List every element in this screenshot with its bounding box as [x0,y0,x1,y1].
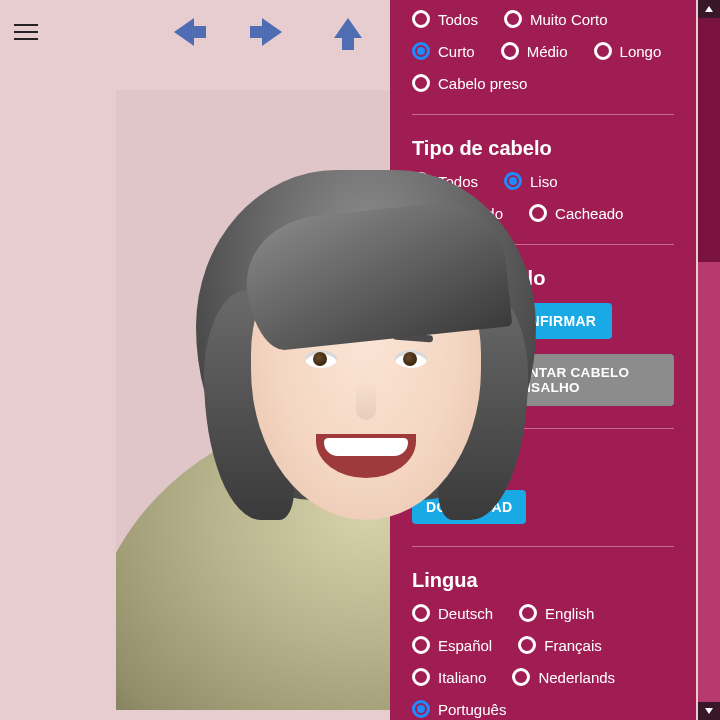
option-label: Cacheado [555,205,623,222]
radio-icon [529,204,547,222]
option-label: Deutsch [438,605,493,622]
option-label: Muito Corto [530,11,608,28]
language-option-pt[interactable]: Português [412,700,506,718]
arrow-right-icon[interactable] [248,12,288,52]
option-label: Liso [530,173,558,190]
language-option-it[interactable]: Italiano [412,668,486,686]
scroll-down-icon[interactable] [698,702,720,720]
hair-type-option-cacheado[interactable]: Cacheado [529,204,623,222]
hair-length-option-curto[interactable]: Curto [412,42,475,60]
option-label: English [545,605,594,622]
radio-icon [412,636,430,654]
scrollbar-track-upper [698,0,720,262]
hair-type-heading: Tipo de cabelo [412,137,674,160]
section-divider [412,546,674,547]
language-heading: Lingua [412,569,674,592]
language-option-en[interactable]: English [519,604,594,622]
option-label: Español [438,637,492,654]
radio-icon [412,74,430,92]
option-label: Longo [620,43,662,60]
radio-icon [412,604,430,622]
language-option-es[interactable]: Español [412,636,492,654]
svg-marker-4 [705,6,713,12]
scroll-up-icon[interactable] [698,0,720,18]
radio-icon [594,42,612,60]
radio-icon [412,668,430,686]
svg-marker-5 [705,708,713,714]
option-label: Curto [438,43,475,60]
language-option-de[interactable]: Deutsch [412,604,493,622]
hair-type-option-liso[interactable]: Liso [504,172,558,190]
option-label: Português [438,701,506,718]
arrow-up-icon[interactable] [328,12,368,52]
option-label: Italiano [438,669,486,686]
radio-icon [412,42,430,60]
radio-icon [512,668,530,686]
radio-icon [504,10,522,28]
language-option-fr[interactable]: Français [518,636,602,654]
radio-icon [519,604,537,622]
option-label: Médio [527,43,568,60]
hair-length-options: Todos Muito Corto Curto Médio Longo Cabe… [412,10,674,92]
radio-icon [412,700,430,718]
radio-icon [518,636,536,654]
radio-icon [504,172,522,190]
language-options: Deutsch English Español Français Italian… [412,604,674,718]
option-label: Nederlands [538,669,615,686]
hair-length-option-todos[interactable]: Todos [412,10,478,28]
hair-length-option-longo[interactable]: Longo [594,42,662,60]
scrollbar-track-lower [698,262,720,720]
radio-icon [501,42,519,60]
language-option-nl[interactable]: Nederlands [512,668,615,686]
option-label: Todos [438,11,478,28]
hair-length-option-muito-curto[interactable]: Muito Corto [504,10,608,28]
section-divider [412,114,674,115]
svg-marker-2 [334,18,362,50]
hair-length-option-preso[interactable]: Cabelo preso [412,74,527,92]
menu-icon[interactable] [14,19,40,45]
option-label: Français [544,637,602,654]
svg-marker-0 [174,18,206,46]
svg-marker-1 [250,18,282,46]
arrow-left-icon[interactable] [168,12,208,52]
scrollbar[interactable] [698,0,720,720]
radio-icon [412,10,430,28]
hair-length-option-medio[interactable]: Médio [501,42,568,60]
option-label: Cabelo preso [438,75,527,92]
